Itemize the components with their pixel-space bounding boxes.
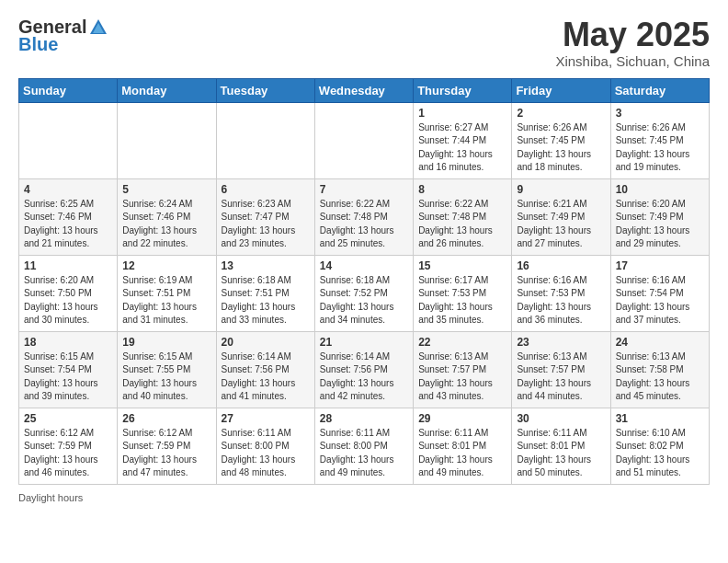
calendar-cell: 1Sunrise: 6:27 AM Sunset: 7:44 PM Daylig… [414,102,512,178]
weekday-wednesday: Wednesday [314,78,413,102]
logo: General Blue [18,17,108,55]
day-number: 23 [517,336,605,349]
day-number: 16 [517,259,605,272]
day-number: 17 [616,259,704,272]
calendar-cell: 11Sunrise: 6:20 AM Sunset: 7:50 PM Dayli… [19,255,118,331]
weekday-monday: Monday [118,78,216,102]
day-info: Sunrise: 6:27 AM Sunset: 7:44 PM Dayligh… [418,121,506,175]
calendar-cell: 25Sunrise: 6:12 AM Sunset: 7:59 PM Dayli… [19,408,118,484]
day-info: Sunrise: 6:24 AM Sunset: 7:46 PM Dayligh… [122,198,210,251]
weekday-header-row: SundayMondayTuesdayWednesdayThursdayFrid… [19,78,710,102]
day-info: Sunrise: 6:11 AM Sunset: 8:01 PM Dayligh… [418,427,506,480]
day-number: 30 [517,412,605,425]
day-number: 4 [24,183,112,196]
day-number: 12 [122,259,210,272]
day-info: Sunrise: 6:20 AM Sunset: 7:50 PM Dayligh… [24,274,112,327]
day-number: 19 [122,336,210,349]
page: General Blue May 2025 Xinshiba, Sichuan,… [0,0,728,563]
day-info: Sunrise: 6:11 AM Sunset: 8:01 PM Dayligh… [517,427,605,480]
calendar-cell: 8Sunrise: 6:22 AM Sunset: 7:48 PM Daylig… [414,178,512,255]
day-number: 11 [24,259,112,272]
day-number: 1 [418,107,506,120]
day-info: Sunrise: 6:15 AM Sunset: 7:55 PM Dayligh… [122,350,210,404]
day-info: Sunrise: 6:11 AM Sunset: 8:00 PM Dayligh… [320,427,408,480]
day-number: 31 [616,412,704,425]
calendar-cell [314,102,413,178]
day-number: 3 [616,107,704,120]
day-info: Sunrise: 6:14 AM Sunset: 7:56 PM Dayligh… [320,350,408,404]
day-number: 29 [418,412,506,425]
calendar-week-5: 25Sunrise: 6:12 AM Sunset: 7:59 PM Dayli… [19,408,710,484]
day-number: 22 [418,336,506,349]
calendar-cell: 20Sunrise: 6:14 AM Sunset: 7:56 PM Dayli… [216,331,314,408]
calendar: SundayMondayTuesdayWednesdayThursdayFrid… [18,78,710,485]
day-info: Sunrise: 6:22 AM Sunset: 7:48 PM Dayligh… [320,198,408,251]
day-info: Sunrise: 6:23 AM Sunset: 7:47 PM Dayligh… [222,198,310,251]
calendar-cell: 29Sunrise: 6:11 AM Sunset: 8:01 PM Dayli… [414,408,512,484]
header: General Blue May 2025 Xinshiba, Sichuan,… [18,17,710,69]
day-number: 21 [320,336,408,349]
logo-blue-text: Blue [18,34,58,55]
day-info: Sunrise: 6:10 AM Sunset: 8:02 PM Dayligh… [616,427,704,480]
calendar-cell: 19Sunrise: 6:15 AM Sunset: 7:55 PM Dayli… [118,331,216,408]
weekday-thursday: Thursday [414,78,512,102]
calendar-week-2: 4Sunrise: 6:25 AM Sunset: 7:46 PM Daylig… [19,178,710,255]
calendar-cell: 30Sunrise: 6:11 AM Sunset: 8:01 PM Dayli… [512,408,610,484]
calendar-cell [216,102,314,178]
calendar-cell: 9Sunrise: 6:21 AM Sunset: 7:49 PM Daylig… [512,178,610,255]
day-number: 27 [222,412,310,425]
location: Xinshiba, Sichuan, China [555,53,710,69]
calendar-cell [118,102,216,178]
calendar-cell: 10Sunrise: 6:20 AM Sunset: 7:49 PM Dayli… [610,178,709,255]
weekday-saturday: Saturday [610,78,709,102]
day-number: 25 [24,412,112,425]
calendar-cell: 2Sunrise: 6:26 AM Sunset: 7:45 PM Daylig… [512,102,610,178]
calendar-cell: 28Sunrise: 6:11 AM Sunset: 8:00 PM Dayli… [314,408,413,484]
day-info: Sunrise: 6:17 AM Sunset: 7:53 PM Dayligh… [418,274,506,327]
logo-icon [88,17,108,38]
day-info: Sunrise: 6:15 AM Sunset: 7:54 PM Dayligh… [24,350,112,404]
day-info: Sunrise: 6:22 AM Sunset: 7:48 PM Dayligh… [418,198,506,251]
day-number: 5 [122,183,210,196]
day-info: Sunrise: 6:16 AM Sunset: 7:53 PM Dayligh… [517,274,605,327]
calendar-cell: 24Sunrise: 6:13 AM Sunset: 7:58 PM Dayli… [610,331,709,408]
calendar-week-3: 11Sunrise: 6:20 AM Sunset: 7:50 PM Dayli… [19,255,710,331]
day-info: Sunrise: 6:12 AM Sunset: 7:59 PM Dayligh… [122,427,210,480]
day-info: Sunrise: 6:19 AM Sunset: 7:51 PM Dayligh… [122,274,210,327]
month-title: May 2025 [555,17,710,53]
day-info: Sunrise: 6:14 AM Sunset: 7:56 PM Dayligh… [222,350,310,404]
calendar-cell: 23Sunrise: 6:13 AM Sunset: 7:57 PM Dayli… [512,331,610,408]
day-info: Sunrise: 6:21 AM Sunset: 7:49 PM Dayligh… [517,198,605,251]
day-info: Sunrise: 6:20 AM Sunset: 7:49 PM Dayligh… [616,198,704,251]
calendar-cell: 15Sunrise: 6:17 AM Sunset: 7:53 PM Dayli… [414,255,512,331]
day-info: Sunrise: 6:18 AM Sunset: 7:51 PM Dayligh… [222,274,310,327]
day-number: 13 [222,259,310,272]
weekday-friday: Friday [512,78,610,102]
day-number: 14 [320,259,408,272]
title-block: May 2025 Xinshiba, Sichuan, China [555,17,710,69]
day-number: 20 [222,336,310,349]
footer: Daylight hours [18,492,710,503]
calendar-cell: 21Sunrise: 6:14 AM Sunset: 7:56 PM Dayli… [314,331,413,408]
calendar-cell: 16Sunrise: 6:16 AM Sunset: 7:53 PM Dayli… [512,255,610,331]
calendar-cell: 17Sunrise: 6:16 AM Sunset: 7:54 PM Dayli… [610,255,709,331]
day-info: Sunrise: 6:16 AM Sunset: 7:54 PM Dayligh… [616,274,704,327]
day-number: 10 [616,183,704,196]
calendar-cell [19,102,118,178]
daylight-label: Daylight hours [18,492,83,503]
day-info: Sunrise: 6:25 AM Sunset: 7:46 PM Dayligh… [24,198,112,251]
day-info: Sunrise: 6:26 AM Sunset: 7:45 PM Dayligh… [616,121,704,175]
day-info: Sunrise: 6:13 AM Sunset: 7:58 PM Dayligh… [616,350,704,404]
day-info: Sunrise: 6:11 AM Sunset: 8:00 PM Dayligh… [222,427,310,480]
day-number: 6 [222,183,310,196]
day-info: Sunrise: 6:18 AM Sunset: 7:52 PM Dayligh… [320,274,408,327]
calendar-cell: 14Sunrise: 6:18 AM Sunset: 7:52 PM Dayli… [314,255,413,331]
calendar-cell: 18Sunrise: 6:15 AM Sunset: 7:54 PM Dayli… [19,331,118,408]
day-number: 7 [320,183,408,196]
calendar-cell: 13Sunrise: 6:18 AM Sunset: 7:51 PM Dayli… [216,255,314,331]
calendar-cell: 26Sunrise: 6:12 AM Sunset: 7:59 PM Dayli… [118,408,216,484]
calendar-cell: 6Sunrise: 6:23 AM Sunset: 7:47 PM Daylig… [216,178,314,255]
day-info: Sunrise: 6:13 AM Sunset: 7:57 PM Dayligh… [517,350,605,404]
weekday-tuesday: Tuesday [216,78,314,102]
day-info: Sunrise: 6:12 AM Sunset: 7:59 PM Dayligh… [24,427,112,480]
